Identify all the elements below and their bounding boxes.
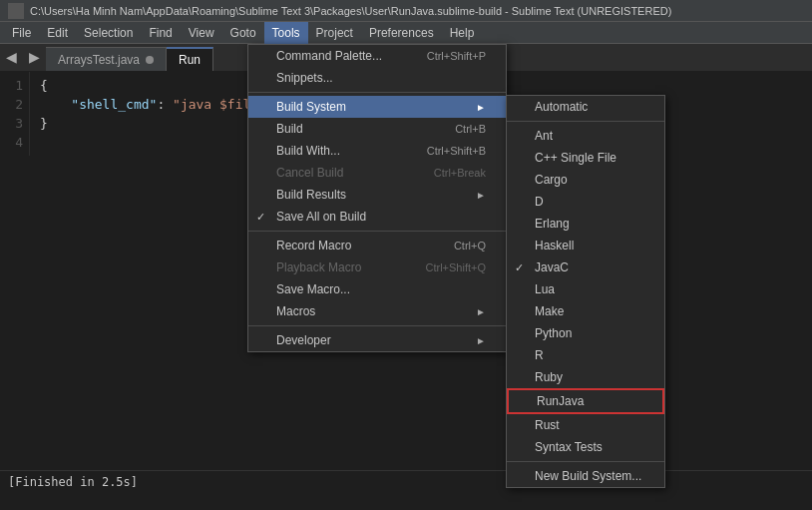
menu-record-macro[interactable]: Record Macro Ctrl+Q xyxy=(248,235,506,256)
menu-build-with[interactable]: Build With... Ctrl+Shift+B xyxy=(248,140,506,162)
bs-erlang[interactable]: Erlang xyxy=(507,213,664,235)
bs-python[interactable]: Python xyxy=(507,322,664,344)
sep-1 xyxy=(248,92,506,93)
bs-haskell[interactable]: Haskell xyxy=(507,235,664,256)
tools-dropdown: Command Palette... Ctrl+Shift+P Snippets… xyxy=(247,44,507,352)
bs-ruby[interactable]: Ruby xyxy=(507,366,664,388)
dropdown-overlay: Command Palette... Ctrl+Shift+P Snippets… xyxy=(0,0,812,510)
menu-build-results[interactable]: Build Results ► xyxy=(248,184,506,206)
bs-runjava[interactable]: RunJava xyxy=(507,388,664,414)
sep-3 xyxy=(248,325,506,326)
sep-2 xyxy=(248,231,506,232)
menu-macros[interactable]: Macros ► xyxy=(248,300,506,322)
bs-ant[interactable]: Ant xyxy=(507,125,664,147)
bs-sep1 xyxy=(507,121,664,122)
menu-playback-macro[interactable]: Playback Macro Ctrl+Shift+Q xyxy=(248,256,506,278)
bs-syntax-tests[interactable]: Syntax Tests xyxy=(507,436,664,458)
bs-automatic[interactable]: Automatic xyxy=(507,96,664,118)
menu-save-macro[interactable]: Save Macro... xyxy=(248,278,506,300)
menu-cancel-build[interactable]: Cancel Build Ctrl+Break xyxy=(248,162,506,184)
bs-cargo[interactable]: Cargo xyxy=(507,169,664,191)
bs-r[interactable]: R xyxy=(507,344,664,366)
build-system-submenu: Automatic Ant C++ Single File Cargo D Er… xyxy=(506,95,665,488)
bs-lua[interactable]: Lua xyxy=(507,278,664,300)
bs-cpp[interactable]: C++ Single File xyxy=(507,147,664,169)
menu-build-system[interactable]: Build System ► Automatic Ant C++ Single … xyxy=(248,96,506,118)
bs-rust[interactable]: Rust xyxy=(507,414,664,436)
javac-check: ✓ xyxy=(515,261,524,274)
menu-save-all-on-build[interactable]: ✓ Save All on Build xyxy=(248,206,506,228)
menu-snippets[interactable]: Snippets... xyxy=(248,67,506,89)
bs-make[interactable]: Make xyxy=(507,300,664,322)
bs-sep2 xyxy=(507,461,664,462)
bs-d[interactable]: D xyxy=(507,191,664,213)
menu-command-palette[interactable]: Command Palette... Ctrl+Shift+P xyxy=(248,45,506,67)
save-all-check: ✓ xyxy=(256,211,265,224)
menu-build[interactable]: Build Ctrl+B xyxy=(248,118,506,140)
menu-developer[interactable]: Developer ► xyxy=(248,329,506,351)
bs-new-build[interactable]: New Build System... xyxy=(507,465,664,487)
bs-javac[interactable]: ✓ JavaC xyxy=(507,256,664,278)
